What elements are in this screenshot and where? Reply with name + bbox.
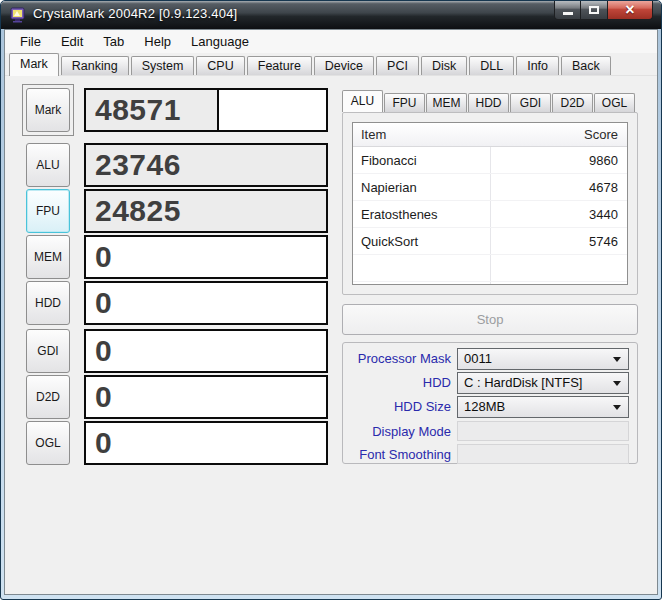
detail-tab-hdd[interactable]: HDD [468, 93, 509, 112]
menu-language[interactable]: Language [181, 31, 259, 52]
score-display-hdd: 0 [84, 281, 328, 325]
stop-button[interactable]: Stop [342, 304, 638, 335]
font-smoothing-label: Font Smoothing [343, 444, 451, 466]
row-score: 9860 [490, 153, 628, 168]
bench-button-mem[interactable]: MEM [26, 235, 70, 279]
bench-button-hdd[interactable]: HDD [26, 281, 70, 325]
minimize-icon [563, 12, 573, 15]
tab-feature[interactable]: Feature [247, 56, 312, 75]
bench-button-ogl[interactable]: OGL [26, 421, 70, 465]
tab-cpu[interactable]: CPU [196, 56, 244, 75]
window-title: CrystalMark 2004R2 [0.9.123.404] [33, 6, 237, 21]
tab-back[interactable]: Back [561, 56, 611, 75]
detail-tab-mem[interactable]: MEM [426, 93, 467, 112]
score-value-gdi: 0 [95, 334, 112, 368]
setting-row-display-mode: Display Mode [343, 421, 637, 443]
setting-row-processor-mask: Processor Mask 0011 [343, 348, 637, 370]
table-row: Napierian 4678 [353, 174, 627, 201]
chevron-down-icon [613, 405, 621, 410]
score-value-ogl: 0 [95, 426, 112, 460]
row-score: 4678 [490, 180, 628, 195]
results-table: Item Score Fibonacci 9860 Napierian 4678 [352, 122, 628, 285]
hdd-dropdown[interactable]: C : HardDisk [NTFS] [457, 372, 629, 394]
empty-rows-area [353, 255, 627, 284]
tab-disk[interactable]: Disk [421, 56, 467, 75]
header-item: Item [353, 127, 490, 142]
maximize-button[interactable] [581, 1, 608, 20]
window-body: File Edit Tab Help Language Mark Ranking… [4, 29, 658, 595]
score-display-alu: 23746 [84, 143, 328, 187]
processor-mask-label: Processor Mask [343, 348, 451, 370]
tab-ranking[interactable]: Ranking [61, 56, 129, 75]
bench-button-alu[interactable]: ALU [26, 143, 70, 187]
tab-device[interactable]: Device [314, 56, 374, 75]
table-row: Fibonacci 9860 [353, 147, 627, 174]
setting-row-hdd-size: HDD Size 128MB [343, 396, 637, 418]
detail-tab-fpu[interactable]: FPU [384, 93, 425, 112]
tab-info[interactable]: Info [516, 56, 559, 75]
title-bar[interactable]: CrystalMark 2004R2 [0.9.123.404] [1, 1, 661, 29]
detail-tab-alu[interactable]: ALU [342, 90, 383, 112]
table-row: QuickSort 5746 [353, 228, 627, 255]
row-item: Fibonacci [353, 153, 490, 168]
detail-tab-page: Item Score Fibonacci 9860 Napierian 4678 [342, 112, 638, 295]
setting-row-font-smoothing: Font Smoothing [343, 444, 637, 466]
score-display-fpu: 24825 [84, 189, 328, 233]
row-score: 5746 [490, 234, 628, 249]
detail-tab-ogl[interactable]: OGL [594, 93, 635, 112]
row-item: QuickSort [353, 234, 490, 249]
tab-pci[interactable]: PCI [376, 56, 419, 75]
score-value-mark: 48571 [95, 93, 181, 127]
menu-bar: File Edit Tab Help Language [5, 30, 657, 53]
close-button[interactable] [608, 1, 653, 20]
detail-tab-strip: ALU FPU MEM HDD GDI D2D OGL [342, 90, 636, 112]
score-display-d2d: 0 [84, 375, 328, 419]
row-item: Napierian [353, 180, 490, 195]
table-header: Item Score [353, 123, 627, 147]
tab-dll[interactable]: DLL [469, 56, 514, 75]
minimize-button[interactable] [554, 1, 581, 20]
display-mode-field [457, 421, 629, 441]
row-score: 3440 [490, 207, 628, 222]
menu-file[interactable]: File [10, 31, 51, 52]
main-tab-strip: Mark Ranking System CPU Feature Device P… [5, 53, 657, 76]
processor-mask-value: 0011 [464, 351, 492, 366]
hdd-value: C : HardDisk [NTFS] [464, 375, 582, 390]
crystalmark-app-icon [10, 7, 26, 23]
chevron-down-icon [613, 381, 621, 386]
detail-tab-d2d[interactable]: D2D [552, 93, 593, 112]
score-display-mark: 48571 [84, 88, 328, 132]
header-score: Score [490, 127, 628, 142]
window-controls [554, 1, 653, 20]
hdd-size-value: 128MB [464, 399, 505, 414]
bench-button-fpu[interactable]: FPU [26, 189, 70, 233]
maximize-icon [589, 6, 599, 14]
table-row: Eratosthenes 3440 [353, 201, 627, 228]
menu-tab[interactable]: Tab [93, 31, 134, 52]
score-display-ogl: 0 [84, 421, 328, 465]
processor-mask-dropdown[interactable]: 0011 [457, 348, 629, 370]
tab-mark[interactable]: Mark [9, 53, 59, 76]
hdd-label: HDD [343, 372, 451, 394]
chevron-down-icon [613, 357, 621, 362]
mark-button-frame: Mark [22, 84, 74, 136]
detail-tab-gdi[interactable]: GDI [510, 93, 551, 112]
row-item: Eratosthenes [353, 207, 490, 222]
score-value-fpu: 24825 [95, 194, 181, 228]
score-value-hdd: 0 [95, 286, 112, 320]
bench-button-gdi[interactable]: GDI [26, 329, 70, 373]
bench-button-d2d[interactable]: D2D [26, 375, 70, 419]
app-window: CrystalMark 2004R2 [0.9.123.404] File Ed… [0, 0, 662, 600]
tab-system[interactable]: System [131, 56, 195, 75]
bench-button-mark[interactable]: Mark [26, 88, 70, 132]
hdd-size-label: HDD Size [343, 396, 451, 418]
settings-group: Processor Mask 0011 HDD C : HardDisk [NT… [342, 342, 638, 464]
score-value-d2d: 0 [95, 380, 112, 414]
hdd-size-dropdown[interactable]: 128MB [457, 396, 629, 418]
menu-edit[interactable]: Edit [51, 31, 93, 52]
menu-help[interactable]: Help [134, 31, 181, 52]
score-value-alu: 23746 [95, 148, 181, 182]
display-mode-label: Display Mode [343, 421, 451, 443]
font-smoothing-field [457, 444, 629, 464]
score-display-mem: 0 [84, 235, 328, 279]
